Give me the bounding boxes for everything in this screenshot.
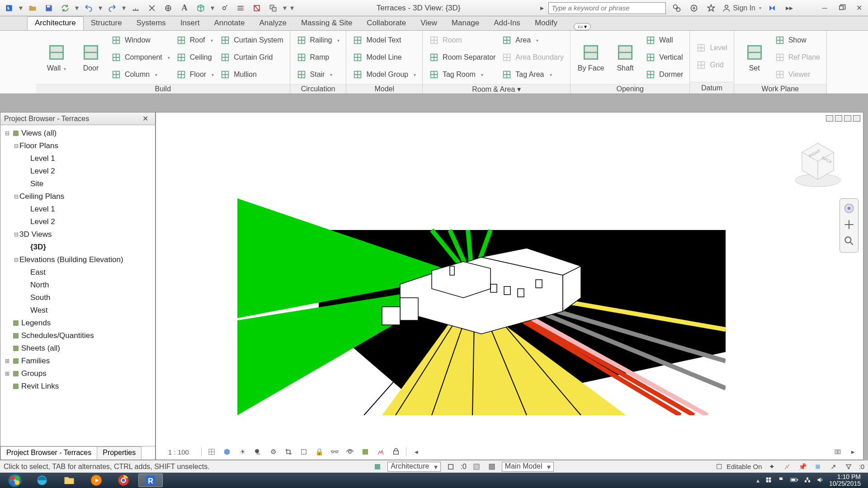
detail-level-icon[interactable] (206, 446, 217, 457)
tab-systems[interactable]: Systems (129, 17, 173, 30)
curtain-grid-button[interactable]: Curtain Grid (218, 51, 285, 64)
show-button[interactable]: Show (773, 33, 822, 47)
sync-icon[interactable] (59, 2, 71, 14)
tray-action-center-icon[interactable] (765, 476, 772, 485)
active-only-icon[interactable] (471, 461, 482, 472)
model-text-button[interactable]: Model Text (351, 33, 418, 47)
viewport-3d[interactable]: RIGHT BACK 1 : 100 ☀ ⚙ 🔒 👓 ◂ ▸ (156, 112, 863, 460)
view-scale[interactable]: 1 : 100 (160, 448, 197, 456)
tree-level-1[interactable]: Level 1 (0, 152, 155, 165)
tray-network-icon[interactable] (804, 476, 811, 485)
viewcube[interactable]: RIGHT BACK (791, 135, 845, 189)
tray-up-icon[interactable]: ▴ (756, 477, 760, 484)
favorite-icon[interactable] (705, 2, 717, 14)
tray-battery-icon[interactable] (790, 477, 798, 484)
project-browser-tree[interactable]: ⊟Views (all)⊟Floor PlansLevel 1Level 2Si… (0, 125, 155, 446)
save-icon[interactable] (42, 2, 55, 14)
tree-level-2[interactable]: Level 2 (0, 165, 155, 178)
curtain-system-button[interactable]: Curtain System (218, 33, 285, 47)
qat-dd6[interactable]: ▾ (283, 4, 287, 12)
expand-icon[interactable]: ⊟ (4, 130, 10, 136)
qat-spot-icon[interactable] (162, 2, 175, 14)
qat-align-icon[interactable] (146, 2, 158, 14)
panel-title-roomarea[interactable]: Room & Area ▾ (423, 84, 570, 94)
column-button[interactable]: Column▾ (109, 68, 172, 81)
tray-flag-icon[interactable] (778, 476, 785, 485)
wall-button[interactable]: Wall (644, 33, 685, 47)
qat-dd4[interactable]: ▾ (122, 4, 126, 12)
comm-icon[interactable] (688, 2, 700, 14)
exchange-icon[interactable] (766, 2, 778, 14)
room-separator-button[interactable]: Room Separator (427, 51, 497, 64)
tree-west[interactable]: West (0, 304, 155, 317)
model-group-button[interactable]: Model Group▾ (351, 68, 418, 81)
component-button[interactable]: Component▾ (109, 51, 172, 64)
worksharing-display-icon[interactable] (360, 446, 371, 457)
tray-volume-icon[interactable] (816, 476, 824, 485)
taskbar-ie[interactable] (30, 474, 54, 487)
lock-3d-icon[interactable]: 🔒 (314, 446, 325, 457)
exclude-icon[interactable] (486, 461, 497, 472)
sb-select-pinned-icon[interactable]: 📌 (797, 461, 808, 472)
floor-button[interactable]: Floor▾ (175, 68, 216, 81)
roof-button[interactable]: Roof▾ (175, 33, 216, 47)
constraints-icon[interactable] (391, 446, 401, 457)
tree-3d-views[interactable]: ⊟3D Views (0, 228, 155, 241)
crop-region-icon[interactable] (298, 446, 309, 457)
tab-massing-site[interactable]: Massing & Site (294, 17, 359, 30)
taskbar-chrome[interactable] (111, 474, 136, 487)
discipline-combo[interactable]: Architecture (387, 462, 440, 472)
window-button[interactable]: Window (109, 33, 172, 47)
tab-add-ins[interactable]: Add-Ins (486, 17, 528, 30)
dormer-button[interactable]: Dormer (644, 68, 685, 81)
set-button[interactable]: Set (739, 42, 770, 72)
tree-views-all-[interactable]: ⊟Views (all) (0, 127, 155, 140)
qat-dd2[interactable]: ▾ (75, 4, 79, 12)
qat-dd[interactable]: ▾ (19, 4, 23, 12)
tab-annotate[interactable]: Annotate (207, 17, 252, 30)
tree-north[interactable]: North (0, 279, 155, 291)
crop-view-icon[interactable] (283, 446, 294, 457)
tag-room-button[interactable]: Tag Room▾ (427, 68, 497, 81)
by-face-button[interactable]: By Face (575, 42, 607, 72)
sb-icon-1[interactable]: ✦ (766, 461, 777, 472)
qat-dd5[interactable]: ▾ (211, 4, 214, 12)
tree-families[interactable]: ⊞Families (0, 355, 155, 367)
open-icon[interactable] (26, 2, 39, 14)
tray-clock[interactable]: 1:10 PM 10/25/2015 (829, 474, 861, 487)
tree--3d-[interactable]: {3D} (0, 241, 155, 253)
sb-filter-icon[interactable] (843, 461, 854, 472)
model-line-button[interactable]: Model Line (351, 51, 418, 64)
qat-close-hidden-icon[interactable] (250, 2, 263, 14)
taskbar-revit[interactable]: R (138, 474, 163, 487)
ribbon-toggle-icon[interactable]: ▭ ▾ (574, 23, 591, 30)
tree-floor-plans[interactable]: ⊟Floor Plans (0, 140, 155, 152)
navigation-bar[interactable] (840, 198, 859, 253)
view-close-icon[interactable] (844, 115, 851, 122)
qat-dd3[interactable]: ▾ (99, 4, 102, 12)
tab-manage[interactable]: Manage (444, 17, 486, 30)
shaft-button[interactable]: Shaft (609, 42, 641, 72)
tree-groups[interactable]: ⊞Groups (0, 367, 155, 380)
stair-button[interactable]: Stair▾ (295, 68, 342, 81)
tree-sheets-all-[interactable]: Sheets (all) (0, 342, 155, 355)
app-menu-button[interactable] (3, 2, 15, 14)
door-button[interactable]: Door (75, 42, 107, 72)
wall-button[interactable]: Wall ▾ (41, 42, 72, 72)
vertical-button[interactable]: Vertical (644, 51, 685, 64)
railing-button[interactable]: Railing▾ (295, 33, 342, 47)
expand-icon[interactable]: ⊟ (13, 193, 19, 200)
undo-icon[interactable] (82, 2, 95, 14)
scroll-left-icon[interactable]: ◂ (411, 446, 422, 457)
tag-area-button[interactable]: Tag Area▾ (500, 68, 566, 81)
sb-drag-icon[interactable]: ↗ (828, 461, 839, 472)
tree-schedules-quantities[interactable]: Schedules/Quantities (0, 329, 155, 342)
taskbar-media[interactable] (84, 474, 108, 487)
close-icon[interactable]: ✕ (853, 2, 865, 14)
help-icon[interactable]: ▸▸ (783, 2, 796, 14)
tab-collaborate[interactable]: Collaborate (359, 17, 413, 30)
expand-icon[interactable]: ⊞ (4, 371, 10, 377)
tree-level-2[interactable]: Level 2 (0, 216, 155, 228)
title-arrow-icon[interactable]: ▸ (540, 4, 544, 12)
reveal-hidden-icon[interactable] (344, 446, 355, 457)
